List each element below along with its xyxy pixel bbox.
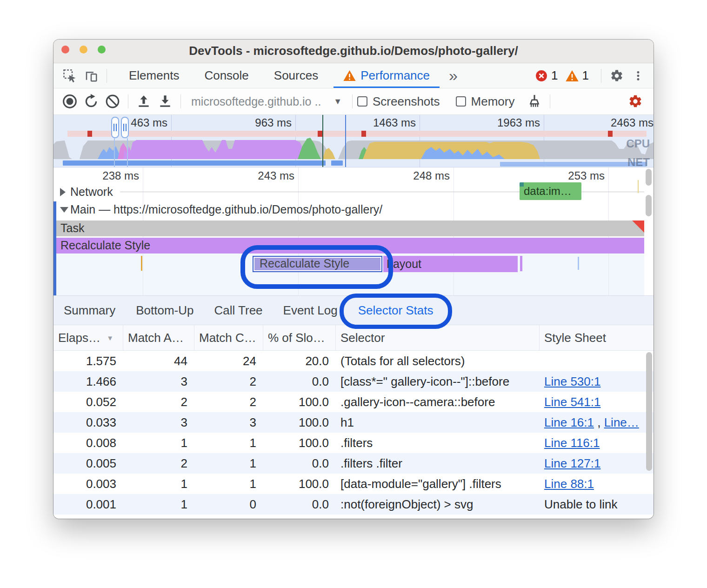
- table-row[interactable]: 1.466320.0[class*=" gallery-icon--"]::be…: [53, 371, 654, 392]
- cell-style_sheet: Line 16:1 , Line…: [540, 412, 644, 433]
- recalculate-style-bar[interactable]: Recalculate Style: [56, 238, 644, 254]
- memory-checkbox[interactable]: [456, 96, 466, 107]
- reload-icon[interactable]: [80, 92, 102, 111]
- event-tick[interactable]: [520, 256, 522, 271]
- ruler-tick-label: 248 ms: [394, 169, 450, 182]
- task-event-bar[interactable]: Task: [56, 220, 644, 236]
- cell-slow_pct: 100.0: [263, 474, 336, 494]
- table-row[interactable]: 0.03333100.0h1Line 16:1 , Line…: [53, 412, 654, 433]
- more-tabs-button[interactable]: »: [442, 67, 463, 85]
- cell-match_attempts: 44: [123, 351, 194, 371]
- request-type-chip: [520, 182, 524, 187]
- table-row[interactable]: 0.00311100.0[data-module="gallery"] .fil…: [53, 474, 654, 494]
- cell-match_attempts: 2: [123, 453, 194, 474]
- table-row[interactable]: 0.00811100.0.filtersLine 116:1: [53, 433, 654, 453]
- drawer-tab-bottom-up[interactable]: Bottom-Up: [126, 296, 204, 325]
- selection-handle-right[interactable]: [121, 117, 129, 138]
- drawer-tab-summary[interactable]: Summary: [53, 296, 126, 325]
- table-row[interactable]: 0.005210.0.filters .filterLine 127:1: [53, 453, 654, 474]
- selected-recalculate-style-bar[interactable]: Recalculate Style: [253, 256, 382, 272]
- scrollbar-thumb[interactable]: [646, 352, 652, 471]
- column-header-2[interactable]: Match C…: [194, 325, 263, 350]
- clear-icon[interactable]: [102, 92, 123, 111]
- column-header-3[interactable]: % of Slo…: [263, 325, 336, 350]
- ruler-tick-label: 463 ms: [112, 116, 167, 129]
- tab-performance[interactable]: Performance: [331, 63, 442, 88]
- history-dropdown[interactable]: microsoftedge.github.io .. ▼: [186, 95, 347, 108]
- memory-label: Memory: [471, 94, 515, 109]
- inspect-icon[interactable]: [59, 66, 80, 86]
- style-sheet-link[interactable]: Line 116:1: [544, 436, 600, 450]
- cell-slow_pct: 20.0: [263, 351, 336, 371]
- column-header-4[interactable]: Selector: [336, 325, 540, 350]
- cell-style_sheet: [540, 351, 644, 371]
- column-header-0[interactable]: Elaps…▼: [53, 325, 123, 350]
- style-sheet-link[interactable]: Line 88:1: [544, 477, 594, 491]
- minimize-button[interactable]: [80, 46, 87, 53]
- screenshots-label: Screenshots: [373, 94, 440, 109]
- main-tabs: ElementsConsoleSourcesPerformance: [116, 63, 442, 88]
- kebab-menu-icon[interactable]: [627, 66, 649, 86]
- settings-gear-icon[interactable]: [606, 66, 627, 86]
- cell-match_attempts: 1: [123, 494, 194, 514]
- download-icon[interactable]: [154, 92, 176, 111]
- drawer-tabbar: SummaryBottom-UpCall TreeEvent LogSelect…: [53, 295, 654, 325]
- chevron-down-icon[interactable]: [60, 207, 68, 213]
- table-row[interactable]: 1.575442420.0(Totals for all selectors): [53, 351, 654, 371]
- screenshots-toggle[interactable]: Screenshots: [357, 94, 440, 109]
- error-badge[interactable]: 1: [535, 68, 558, 83]
- chevron-right-icon[interactable]: [60, 188, 66, 196]
- selector-stats-table: Elaps…▼Match A…Match C…% of Slo…Selector…: [53, 325, 654, 517]
- table-row[interactable]: 0.05222100.0.gallery-icon--camera::befor…: [53, 392, 654, 412]
- cell-slow_pct: 100.0: [263, 433, 336, 453]
- scrollbar-thumb[interactable]: [646, 195, 652, 216]
- screenshots-checkbox[interactable]: [357, 96, 367, 107]
- column-header-1[interactable]: Match A…: [123, 325, 194, 350]
- event-tick[interactable]: [578, 257, 579, 270]
- cpu-chart: [53, 137, 654, 159]
- gc-broom-icon[interactable]: [524, 92, 545, 111]
- tab-sources[interactable]: Sources: [261, 63, 331, 88]
- table-row[interactable]: 0.001100.0:not(foreignObject) > svgUnabl…: [53, 494, 654, 514]
- warning-badge[interactable]: 1: [566, 68, 589, 83]
- close-button[interactable]: [61, 46, 69, 53]
- titlebar: DevTools - microsoftedge.github.io/Demos…: [53, 40, 654, 63]
- drawer-tab-event-log[interactable]: Event Log: [273, 296, 348, 325]
- timeline-detail[interactable]: 238 ms243 ms248 ms253 ms Network data:im…: [53, 167, 654, 295]
- cell-match_attempts: 1: [123, 433, 194, 453]
- selection-handle-left[interactable]: [111, 117, 119, 138]
- style-sheet-link[interactable]: Line 127:1: [544, 456, 600, 471]
- network-request-badge[interactable]: data:im…: [520, 182, 581, 200]
- style-sheet-link[interactable]: Line 530:1: [544, 374, 600, 389]
- drawer-tab-selector-stats[interactable]: Selector Stats: [348, 296, 444, 325]
- cell-elapsed: 0.008: [53, 433, 123, 453]
- style-sheet-link[interactable]: Line…: [604, 415, 639, 430]
- event-tick[interactable]: [141, 256, 142, 271]
- device-toolbar-icon[interactable]: [80, 66, 102, 86]
- layout-event-bar[interactable]: Layout: [383, 256, 518, 272]
- selection-edge: [127, 138, 128, 167]
- divider: [352, 94, 353, 108]
- tab-console[interactable]: Console: [192, 63, 261, 88]
- column-header-5[interactable]: Style Sheet: [540, 325, 644, 350]
- memory-toggle[interactable]: Memory: [456, 94, 515, 109]
- drawer-tab-call-tree[interactable]: Call Tree: [204, 296, 273, 325]
- marker-tick: [638, 180, 639, 193]
- style-sheet-link[interactable]: Line 16:1: [544, 415, 594, 430]
- network-track[interactable]: Network data:im…: [53, 184, 644, 200]
- divider: [128, 94, 128, 108]
- cell-elapsed: 0.052: [53, 392, 123, 412]
- cell-slow_pct: 0.0: [263, 453, 336, 474]
- timeline-overview[interactable]: 463 ms963 ms1463 ms1963 ms2463 ms CPU NE…: [53, 115, 654, 167]
- main-track[interactable]: Main — https://microsoftedge.github.io/D…: [53, 201, 644, 218]
- zoom-button[interactable]: [98, 46, 106, 53]
- cell-selector: (Totals for all selectors): [336, 351, 540, 371]
- upload-icon[interactable]: [133, 92, 154, 111]
- tab-elements[interactable]: Elements: [116, 63, 192, 88]
- interaction-track: [129, 131, 647, 137]
- scrollbar-thumb[interactable]: [646, 169, 652, 186]
- record-icon[interactable]: [59, 92, 80, 111]
- detail-scrollbar[interactable]: [644, 167, 654, 295]
- style-sheet-link[interactable]: Line 541:1: [544, 395, 600, 409]
- perf-settings-gear-icon[interactable]: [625, 92, 646, 111]
